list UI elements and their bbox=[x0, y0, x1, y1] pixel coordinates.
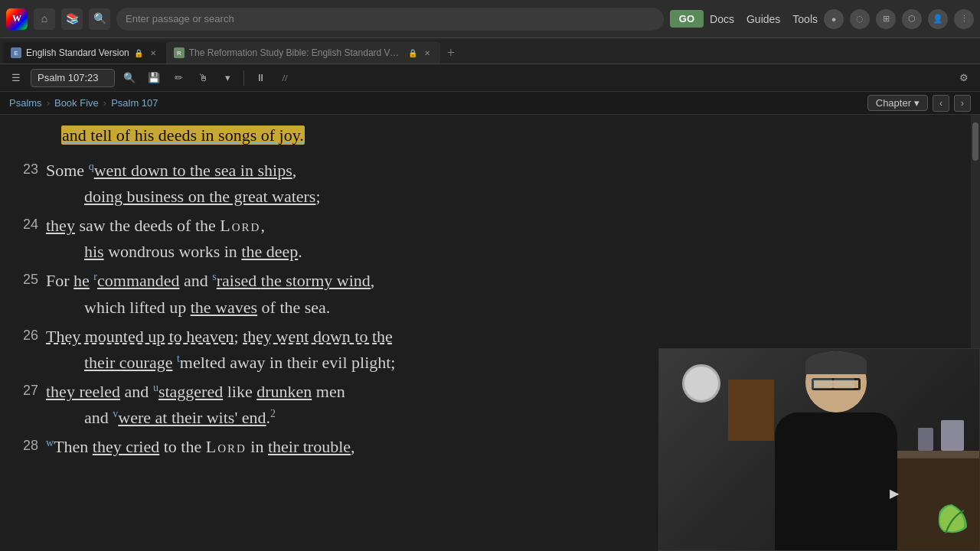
verse-num-27: 27 bbox=[15, 379, 38, 431]
menu-button[interactable]: ☰ bbox=[6, 68, 26, 88]
profile-icon[interactable]: ● bbox=[824, 9, 844, 29]
search-icon-btn[interactable]: 🔍 bbox=[89, 8, 110, 30]
tab-esv[interactable]: E English Standard Version 🔒 ✕ bbox=[3, 42, 166, 64]
verse-num-23: 23 bbox=[15, 158, 38, 210]
verse-24-line-2: his wondrous works in the deep. bbox=[46, 239, 965, 265]
guides-link[interactable]: Guides bbox=[746, 13, 780, 25]
xref-they-reeled[interactable]: they reeled bbox=[46, 382, 120, 401]
home-button[interactable]: ⌂ bbox=[34, 8, 55, 30]
verse-25-line-1: For he rcommanded and sraised the stormy… bbox=[46, 268, 965, 294]
xref-his[interactable]: his bbox=[84, 242, 104, 261]
logo-watermark bbox=[933, 501, 970, 541]
person-body bbox=[775, 412, 897, 550]
edit-button[interactable]: ✏ bbox=[168, 68, 188, 88]
browser-right-icons: ● ◌ ⊞ ⬡ 👤 ⋮ bbox=[824, 9, 974, 29]
person-figure bbox=[752, 351, 920, 550]
xref-staggered[interactable]: staggered bbox=[158, 382, 223, 401]
docs-link[interactable]: Docs bbox=[710, 13, 734, 25]
more-icon[interactable]: ⋮ bbox=[954, 9, 974, 29]
search-button[interactable]: 🔍 bbox=[119, 68, 139, 88]
app-icon: W bbox=[6, 8, 28, 30]
tab-esv-close[interactable]: ✕ bbox=[148, 47, 158, 58]
grid-icon[interactable]: ⊞ bbox=[876, 9, 896, 29]
crossref-w[interactable]: w bbox=[46, 437, 54, 448]
xref-waves[interactable]: the waves bbox=[191, 298, 257, 317]
tab-reformation-close[interactable]: ✕ bbox=[422, 47, 433, 58]
toolbar-right: ⚙ bbox=[954, 68, 974, 88]
xref-doing[interactable]: doing business on the great waters bbox=[84, 187, 315, 206]
share-icon[interactable]: ⬡ bbox=[902, 9, 922, 29]
new-tab-button[interactable]: + bbox=[440, 42, 462, 64]
xref-were-at[interactable]: were at their wits' end bbox=[118, 408, 266, 427]
divider-button[interactable]: // bbox=[275, 68, 295, 88]
verse-num-26: 26 bbox=[15, 324, 38, 376]
crossref-q[interactable]: q bbox=[89, 161, 94, 172]
passage-input[interactable] bbox=[31, 69, 115, 87]
dropdown-arrow[interactable]: ▾ bbox=[217, 68, 237, 88]
breadcrumb-psalms[interactable]: Psalms bbox=[9, 97, 42, 109]
breadcrumb: Psalms › Book Five › Psalm 107 Chapter ▾… bbox=[0, 92, 980, 115]
logo-leaf-svg bbox=[933, 501, 970, 538]
user-icon[interactable]: 👤 bbox=[928, 9, 948, 29]
next-chapter-button[interactable]: › bbox=[954, 95, 971, 112]
chapter-label: Chapter bbox=[876, 97, 911, 109]
xref-they-mounted[interactable]: They mounted up to heaven bbox=[46, 327, 234, 346]
tab-reformation-favicon: R bbox=[174, 47, 185, 58]
verse-25-text: For he rcommanded and sraised the stormy… bbox=[46, 268, 965, 320]
glasses-lens-right bbox=[834, 378, 854, 389]
xref-he[interactable]: he bbox=[74, 271, 90, 290]
xref-went-down[interactable]: went down to the sea in ships bbox=[94, 161, 292, 180]
crossref-t[interactable]: t bbox=[177, 352, 180, 364]
xref-they-28[interactable]: they cried bbox=[93, 437, 159, 456]
verse-24-line-1: they saw the deeds of the Lord, bbox=[46, 213, 965, 239]
breadcrumb-sep-2: › bbox=[103, 97, 106, 109]
browser-menu: Docs Guides Tools bbox=[710, 13, 818, 25]
xref-their-trouble[interactable]: their trouble bbox=[268, 437, 351, 456]
tab-esv-favicon: E bbox=[11, 47, 21, 58]
mouse-button[interactable]: 🖱 bbox=[193, 68, 213, 88]
verse-23-text: Some qwent down to the sea in ships, doi… bbox=[46, 158, 965, 210]
verse-25-line-2: which lifted up the waves of the sea. bbox=[46, 295, 965, 321]
xref-stormy-wind[interactable]: the stormy wind bbox=[261, 271, 371, 290]
xref-their-courage[interactable]: their courage bbox=[84, 353, 172, 372]
tab-reformation[interactable]: R The Reformation Study Bible: English S… bbox=[166, 42, 440, 64]
breadcrumb-book-five[interactable]: Book Five bbox=[54, 97, 99, 109]
webcam-overlay: ▶ bbox=[658, 348, 980, 551]
tools-link[interactable]: Tools bbox=[792, 13, 818, 25]
xref-they-24[interactable]: they bbox=[46, 216, 75, 235]
sync-icon[interactable]: ◌ bbox=[850, 9, 870, 29]
item-decoration bbox=[941, 420, 964, 451]
verse-num-24: 24 bbox=[15, 213, 38, 265]
chapter-dropdown[interactable]: Chapter ▾ bbox=[867, 95, 928, 111]
go-button[interactable]: GO bbox=[670, 10, 704, 28]
tab-reformation-label: The Reformation Study Bible: English Sta… bbox=[189, 47, 403, 58]
hair-decoration bbox=[805, 351, 867, 374]
top-partial-verse: and tell of his deeds in songs of joy. bbox=[15, 122, 965, 148]
footnote-2[interactable]: 2 bbox=[270, 408, 276, 419]
pause-button[interactable]: ⏸ bbox=[250, 68, 270, 88]
verse-24: 24 they saw the deeds of the Lord, his w… bbox=[15, 213, 965, 265]
tab-lock-icon-2: 🔒 bbox=[408, 49, 417, 57]
breadcrumb-psalm-107[interactable]: Psalm 107 bbox=[111, 97, 158, 109]
highlighted-text-top: and tell of his deeds in songs of joy. bbox=[61, 126, 305, 145]
address-bar[interactable]: Enter passage or search bbox=[116, 8, 664, 31]
verse-26-line-1: They mounted up to heaven; they went dow… bbox=[46, 324, 965, 350]
xref-drunken[interactable]: drunken bbox=[256, 382, 312, 401]
bookmark-button[interactable]: 💾 bbox=[144, 68, 164, 88]
breadcrumb-sep-1: › bbox=[47, 97, 50, 109]
xref-raised[interactable]: raised the stormy wind bbox=[217, 271, 371, 290]
search-placeholder: Enter passage or search bbox=[126, 13, 234, 24]
xref-deep[interactable]: the deep bbox=[241, 242, 298, 261]
tab-lock-icon: 🔒 bbox=[134, 49, 143, 57]
xref-commanded[interactable]: commanded bbox=[97, 271, 180, 290]
library-button[interactable]: 📚 bbox=[61, 8, 83, 30]
prev-chapter-button[interactable]: ‹ bbox=[933, 95, 949, 112]
item-decoration-2 bbox=[918, 428, 933, 451]
scrollbar-thumb[interactable] bbox=[972, 122, 978, 161]
browser-chrome: W ⌂ 📚 🔍 Enter passage or search GO Docs … bbox=[0, 0, 980, 38]
xref-they-went[interactable]: they went down to the bbox=[243, 327, 393, 346]
settings-icon[interactable]: ⚙ bbox=[954, 68, 974, 88]
separator bbox=[243, 70, 244, 86]
crossref-u[interactable]: u bbox=[153, 382, 158, 393]
verse-num-28: 28 bbox=[15, 434, 38, 460]
